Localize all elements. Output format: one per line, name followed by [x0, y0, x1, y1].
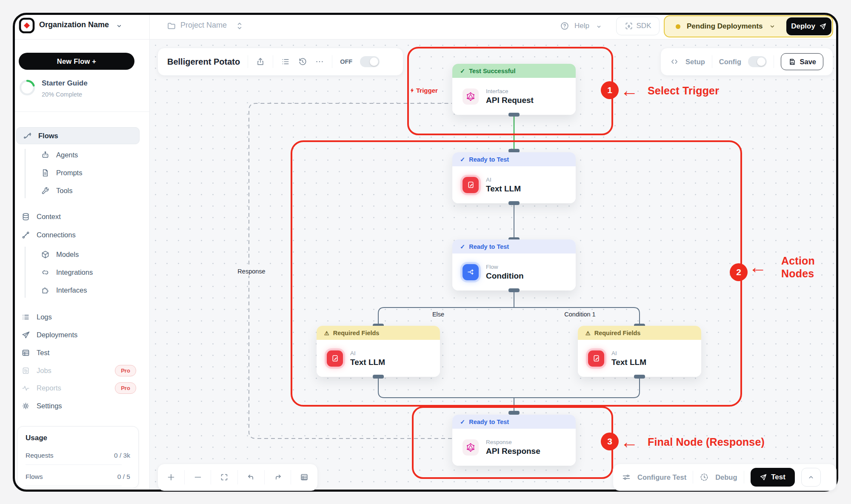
logs-icon — [21, 313, 30, 322]
help-icon[interactable] — [560, 21, 569, 31]
sidebar-item-deployments[interactable]: Deployments — [21, 327, 77, 342]
pending-status-dot — [676, 24, 680, 29]
sidebar-item-label: Interfaces — [56, 286, 87, 294]
sidebar-item-jobs[interactable]: Jobs — [21, 363, 51, 378]
divider — [332, 55, 332, 68]
help-chevron-down-icon[interactable] — [596, 23, 602, 30]
org-chevron-down-icon[interactable] — [116, 23, 123, 29]
ai-text-llm-icon — [327, 350, 343, 367]
node-api-response[interactable]: Ready to Test ResponseAPI Response — [452, 415, 576, 466]
starter-guide-title[interactable]: Starter Guide — [42, 79, 88, 88]
sidebar-item-reports[interactable]: Reports — [21, 380, 61, 396]
test-button[interactable]: Test — [751, 468, 795, 487]
annotation-select-trigger: Select Trigger — [648, 85, 719, 97]
response-graphql-icon — [463, 439, 479, 456]
sidebar-item-flows-content[interactable]: Flows — [23, 128, 58, 143]
undo-button[interactable] — [238, 464, 264, 490]
context-database-icon — [21, 212, 30, 221]
node-text-llm-condition1[interactable]: Required Fields AIText LLM — [578, 326, 701, 377]
jobs-pro-badge: Pro — [115, 365, 136, 376]
deploy-button[interactable]: Deploy — [786, 17, 831, 35]
node-text-llm-else[interactable]: Required Fields AIText LLM — [317, 326, 440, 377]
sdk-button[interactable]: SDK — [616, 17, 660, 35]
help-label[interactable]: Help — [574, 22, 589, 30]
zoom-out-button[interactable] — [185, 464, 211, 490]
sidebar-item-models[interactable]: Models — [41, 247, 79, 262]
configure-test-sliders-icon — [622, 473, 631, 482]
integrations-icon — [41, 268, 50, 277]
configure-test-label[interactable]: Configure Test — [637, 473, 686, 481]
redo-button[interactable] — [265, 464, 291, 490]
node-title: Text LLM — [350, 358, 385, 367]
sidebar-item-label: Models — [56, 251, 79, 259]
sidebar-item-logs[interactable]: Logs — [21, 309, 52, 325]
off-label: OFF — [340, 58, 352, 65]
annotation-action-nodes: Action Nodes — [781, 254, 843, 280]
arrow-left-icon: ← — [620, 433, 638, 451]
usage-divider — [26, 464, 122, 465]
warning-icon — [324, 330, 329, 336]
node-title: API Request — [486, 96, 534, 105]
project-name[interactable]: Project Name — [180, 21, 227, 30]
annotation-number-3: 3 — [601, 433, 619, 450]
sidebar-item-settings[interactable]: Settings — [21, 398, 62, 413]
sidebar-item-label: Jobs — [37, 367, 51, 375]
connector-handle[interactable] — [634, 375, 645, 379]
flow-title[interactable]: Belligerent Potato — [167, 57, 240, 67]
flows-icon — [23, 131, 32, 140]
data-table-button[interactable] — [291, 464, 317, 490]
divider — [774, 55, 774, 68]
sidebar-item-label: Flows — [38, 132, 58, 140]
connector-handle[interactable] — [373, 375, 384, 379]
sidebar-item-context[interactable]: Context — [21, 209, 61, 224]
usage-title: Usage — [26, 434, 47, 442]
node-category: AI — [350, 350, 385, 356]
trigger-tag: Trigger — [409, 87, 438, 94]
divider — [744, 471, 744, 484]
node-condition[interactable]: Ready to Test FlowCondition — [452, 239, 576, 290]
zoom-in-button[interactable] — [158, 464, 184, 490]
reports-pulse-icon — [21, 384, 30, 393]
response-loop-label: Response — [230, 267, 273, 276]
collapse-panel-button[interactable] — [801, 468, 821, 487]
project-switcher-icon[interactable] — [235, 21, 244, 31]
connector-handle[interactable] — [508, 201, 520, 205]
connector-handle[interactable] — [508, 288, 520, 292]
more-options-icon[interactable] — [315, 57, 324, 66]
fit-view-button[interactable] — [211, 464, 237, 490]
debug-label[interactable]: Debug — [715, 473, 737, 481]
interfaces-puzzle-icon — [41, 286, 50, 295]
sidebar-divider — [149, 15, 150, 490]
export-icon[interactable] — [256, 57, 265, 66]
setup-label[interactable]: Setup — [685, 58, 705, 66]
settings-gear-icon — [21, 401, 30, 410]
node-title: Condition — [486, 271, 524, 281]
connector-handle[interactable] — [508, 411, 520, 415]
history-icon[interactable] — [298, 57, 307, 66]
sidebar-item-integrations[interactable]: Integrations — [41, 265, 93, 280]
node-text-llm-1[interactable]: Ready to Test AIText LLM — [452, 152, 576, 203]
connector-handle[interactable] — [508, 113, 520, 117]
sidebar-item-interfaces[interactable]: Interfaces — [41, 282, 87, 298]
flow-enabled-toggle[interactable] — [360, 56, 380, 67]
list-view-icon[interactable] — [281, 57, 290, 66]
config-toggle[interactable] — [748, 56, 767, 67]
condition-branch-label: Condition 1 — [560, 311, 600, 318]
interface-graphql-icon — [463, 88, 479, 105]
org-name[interactable]: Organization Name — [39, 20, 109, 29]
new-flow-button[interactable]: New Flow + — [19, 53, 134, 70]
node-api-request[interactable]: Test Successful InterfaceAPI Request — [452, 64, 576, 115]
sidebar-item-label: Integrations — [56, 268, 93, 276]
connections-icon — [21, 231, 30, 239]
divider — [248, 55, 248, 68]
save-label: Save — [800, 58, 817, 66]
starter-guide-progress: 20% Complete — [42, 91, 82, 98]
sidebar-item-connections[interactable]: Connections — [21, 227, 76, 242]
sidebar-item-prompts[interactable]: Prompts — [41, 165, 82, 180]
annotation-number-1: 1 — [601, 81, 619, 99]
jobs-icon — [21, 366, 30, 375]
save-button[interactable]: Save — [781, 53, 823, 70]
sidebar-item-tools[interactable]: Tools — [41, 183, 73, 198]
sidebar-item-agents[interactable]: Agents — [41, 147, 78, 162]
sidebar-item-test[interactable]: Test — [21, 345, 49, 360]
